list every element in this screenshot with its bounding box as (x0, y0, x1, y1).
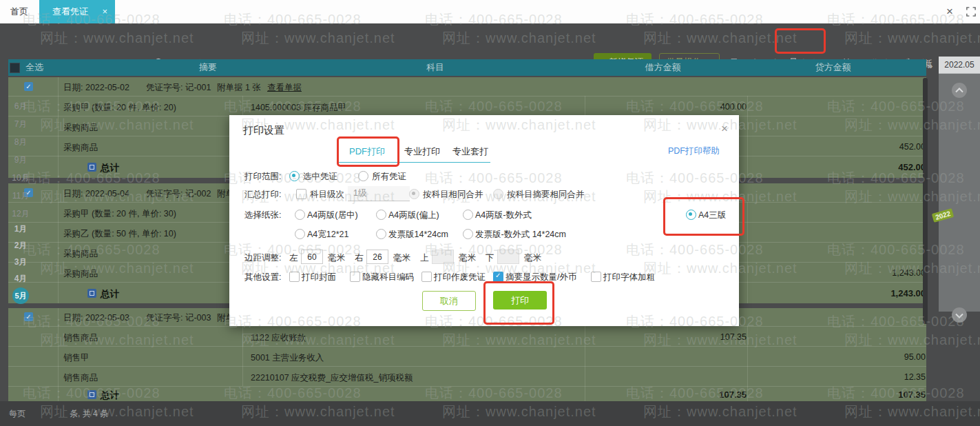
entry-credit: 452.00 (756, 142, 926, 152)
dialog-close-icon[interactable]: × (721, 122, 728, 136)
view-receipt-link[interactable]: 查看单据 (267, 82, 302, 94)
select-all-label: 全选 (25, 59, 43, 76)
margin-right-input[interactable] (366, 250, 388, 264)
radio-label: 按科目摘要相同合并 (507, 189, 585, 201)
entry-summary: 销售商品 (63, 332, 98, 344)
radio-label[interactable]: 发票版-数外式 14*24cm (475, 229, 566, 241)
margin-left-input[interactable] (301, 250, 323, 264)
entry-account: 1405.000003 库存商品甲 (251, 102, 346, 114)
tab-pro-print[interactable]: 专业打印 (398, 143, 446, 161)
per-page-label: 每页 (9, 406, 25, 421)
window-close-icon[interactable]: × (946, 6, 953, 18)
row-checkbox[interactable]: ✓ (24, 312, 33, 321)
vertical-scrollbar[interactable] (923, 78, 928, 324)
margin-bottom-input[interactable] (497, 250, 519, 264)
month-item[interactable]: 11月 (0, 190, 41, 202)
radio-a4-two-amount[interactable] (463, 210, 473, 220)
checkbox-label[interactable]: 打印封面 (302, 272, 336, 283)
entry-summary: 销售甲 (63, 352, 90, 364)
radio-invoice-amount-14-24[interactable] (463, 229, 473, 239)
checkbox-print-void-voucher[interactable] (421, 272, 432, 282)
print-confirm-button[interactable]: 打印 (493, 291, 547, 310)
checkbox-label[interactable]: 打印作废凭证 (434, 272, 486, 283)
tab-pdf-print[interactable]: PDF打印 (343, 143, 391, 161)
checkbox-label[interactable]: 摘要显示数量/外币 (505, 272, 576, 283)
radio-a4-two-center[interactable] (295, 210, 305, 220)
radio-all-vouchers[interactable] (358, 171, 368, 181)
radio-label[interactable]: A4宽12*21 (307, 229, 348, 241)
checkbox-label[interactable]: 隐藏科目编码 (362, 272, 414, 283)
tab-view-voucher[interactable]: 查看凭证 × (39, 0, 115, 23)
current-period[interactable]: 2022.05 (939, 57, 980, 74)
radio-label[interactable]: 所有凭证 (372, 171, 406, 183)
print-range-label: 打印范围: (244, 171, 281, 183)
scroll-down-icon[interactable] (952, 307, 967, 323)
radio-label[interactable]: A4两版(居中) (307, 210, 358, 221)
app-window: 首页 查看凭证 × × 更多条件 + 新增凭证 批量操作 (0, 0, 980, 426)
entry-summary: 采购商品 (63, 142, 98, 154)
radio-label[interactable]: A4两版(偏上) (388, 210, 439, 221)
entry-row[interactable]: 销售甲 5001 主营业务收入 95.00 (8, 346, 926, 367)
month-item[interactable]: 9月 (0, 154, 41, 166)
checkbox-account-level[interactable] (296, 189, 306, 199)
month-item[interactable]: 6月 (0, 101, 41, 112)
unit-label: 毫米 (524, 252, 541, 264)
radio-a4-three[interactable] (686, 210, 696, 220)
entry-row[interactable]: 采购甲 (数量: 20 件, 单价: 20) 1405.000003 库存商品甲… (8, 96, 926, 116)
checkbox-print-cover[interactable] (289, 272, 300, 282)
entry-row[interactable]: 销售商品 22210107 应交税费_应交增值税_销项税额 12.35 (8, 366, 926, 387)
month-item-active[interactable]: 5月 (12, 287, 29, 304)
month-item[interactable]: 1月 (0, 223, 41, 235)
column-summary: 摘要 (112, 59, 304, 76)
checkbox-label[interactable]: 打印字体加粗 (603, 272, 655, 283)
radio-label[interactable]: 选中凭证 (303, 171, 337, 183)
month-item[interactable]: 3月 (0, 256, 41, 268)
radio-a4-two-top[interactable] (376, 210, 386, 220)
radio-label[interactable]: A4两版-数外式 (475, 210, 532, 221)
total-debit: 107.35 (594, 389, 747, 400)
select-all-checkbox[interactable] (10, 63, 20, 73)
month-item[interactable]: 8月 (0, 136, 41, 148)
checkbox-bold-font[interactable] (591, 272, 601, 282)
radio-merge-same-account-summary[interactable] (493, 189, 503, 199)
total-icon (87, 390, 96, 399)
total-label: 总计 (101, 288, 119, 301)
checkbox-summary-show-qty[interactable] (493, 272, 503, 282)
checkbox-label[interactable]: 科目级次 (310, 189, 344, 201)
month-item[interactable]: 2月 (0, 240, 41, 252)
voucher-word: 凭证字号: 记-001 (146, 82, 211, 94)
summary-print-label: 汇总打印: (244, 189, 281, 201)
other-settings-label: 其他设置: (244, 272, 281, 283)
row-checkbox[interactable]: ✓ (24, 82, 33, 91)
tab-close-icon[interactable]: × (102, 0, 107, 23)
radio-label[interactable]: 发票版14*24cm (388, 229, 448, 241)
entry-row[interactable]: 销售商品 1122 应收账款 107.35 (8, 326, 926, 347)
total-credit: 1,243.00 (756, 288, 926, 298)
tab-home[interactable]: 首页 (0, 0, 39, 23)
scroll-up-icon[interactable] (952, 83, 967, 98)
voucher-date: 日期: 2022-05-04 (63, 188, 129, 200)
radio-invoice-14-24[interactable] (376, 229, 386, 239)
month-item[interactable]: 4月 (0, 273, 41, 285)
month-item[interactable]: 12月 (0, 208, 41, 220)
checkbox-hide-account-code[interactable] (350, 272, 360, 282)
panel-collapse-icon[interactable]: » (928, 61, 932, 71)
month-item[interactable]: 10月 (0, 172, 41, 184)
fullscreen-icon[interactable] (966, 7, 976, 17)
pdf-print-help-link[interactable]: PDF打印帮助 (668, 145, 720, 157)
month-item[interactable]: 7月 (0, 119, 41, 130)
total-icon (87, 289, 96, 298)
radio-selected-vouchers[interactable] (289, 171, 300, 181)
margin-top-label: 上 (420, 252, 429, 264)
tab-pro-template-print[interactable]: 专业套打 (446, 143, 494, 161)
level-select[interactable]: 1级 (348, 186, 410, 201)
radio-merge-same-account[interactable] (409, 189, 419, 199)
unit-label: 毫米 (459, 252, 476, 264)
radio-a4-wide[interactable] (295, 229, 305, 239)
column-account: 科目 (339, 59, 532, 76)
total-icon (87, 163, 96, 172)
cancel-button[interactable]: 取消 (422, 291, 476, 311)
margin-top-input[interactable] (432, 250, 454, 264)
pagination-bar: 每页 50 条, 共 4 条 (0, 401, 980, 426)
radio-label[interactable]: A4三版 (698, 210, 726, 221)
